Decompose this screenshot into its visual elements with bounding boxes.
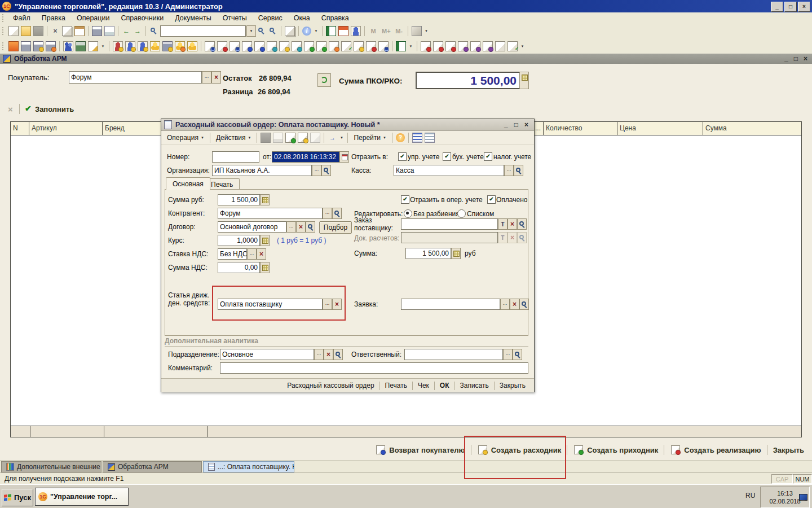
cashflow-clear-icon[interactable] bbox=[332, 299, 342, 310]
create-expense-button[interactable]: Создать расходник bbox=[475, 444, 564, 456]
rate-calc-icon[interactable] bbox=[260, 235, 270, 246]
open-doc-icon[interactable] bbox=[21, 26, 31, 36]
mgmt-accounting-checkbox[interactable] bbox=[398, 152, 407, 161]
close-dialog-button[interactable]: Закрыть bbox=[495, 380, 531, 391]
add-doc-icon[interactable] bbox=[316, 41, 326, 51]
tab-main[interactable]: Основная bbox=[166, 177, 210, 190]
print-order-icon[interactable] bbox=[46, 41, 56, 51]
print-set-icon[interactable] bbox=[33, 41, 43, 51]
check-doc-icon[interactable] bbox=[508, 41, 518, 51]
tray-clock[interactable]: 16:13 02.08.2018 bbox=[760, 487, 810, 508]
excel-report-icon[interactable] bbox=[396, 41, 406, 51]
buyer-clear-icon[interactable] bbox=[211, 71, 221, 84]
vat-sum-field[interactable]: 0,00 bbox=[218, 262, 260, 273]
redo-icon[interactable]: → bbox=[133, 27, 142, 36]
column-header-Артикул[interactable]: Артикул bbox=[29, 122, 103, 135]
sum-rub-field[interactable]: 1 500,00 bbox=[218, 194, 260, 205]
notepad-icon[interactable] bbox=[88, 41, 98, 51]
user-session-icon[interactable] bbox=[351, 26, 361, 36]
close-arm-button[interactable]: Закрыть bbox=[771, 445, 806, 456]
ok-button[interactable]: ОК bbox=[435, 380, 454, 391]
menu-catalogs[interactable]: Справочники bbox=[115, 13, 169, 23]
goto-menu-button[interactable]: Перейти▼ bbox=[350, 133, 390, 143]
responsible-select-icon[interactable] bbox=[503, 349, 513, 360]
cashdesk-open-icon[interactable] bbox=[514, 165, 523, 176]
menu-help[interactable]: Справка bbox=[316, 13, 355, 23]
sum-rub-calc-icon[interactable] bbox=[260, 194, 270, 205]
search-icon[interactable] bbox=[149, 27, 158, 36]
column-header-Цена[interactable]: Цена bbox=[617, 122, 703, 135]
menu-operations[interactable]: Операции bbox=[71, 13, 115, 23]
sum-doc2-icon[interactable] bbox=[470, 41, 480, 51]
receipt-doc-icon[interactable] bbox=[230, 41, 240, 51]
buyer-cash-icon[interactable] bbox=[113, 41, 123, 51]
organization-open-icon[interactable] bbox=[321, 165, 331, 176]
tb2-caret-icon[interactable]: ▼ bbox=[520, 42, 525, 51]
return-buyer-button[interactable]: Возврат покупателю bbox=[373, 444, 467, 456]
approve-doc-icon[interactable] bbox=[341, 41, 351, 51]
doc-coins-icon[interactable] bbox=[298, 133, 308, 143]
paid-checkbox[interactable] bbox=[487, 195, 496, 204]
memory-minus-icon[interactable]: M- bbox=[394, 27, 404, 36]
close-button[interactable]: × bbox=[798, 2, 810, 12]
supplier-order-clear-icon[interactable] bbox=[508, 218, 517, 230]
person-report1-icon[interactable] bbox=[421, 41, 431, 51]
minus-doc-icon[interactable] bbox=[329, 41, 339, 51]
partner-cash-icon[interactable] bbox=[138, 41, 148, 51]
expense-doc-icon[interactable] bbox=[217, 41, 227, 51]
purchase-doc-icon[interactable] bbox=[254, 41, 264, 51]
menu-reports[interactable]: Отчеты bbox=[217, 13, 253, 23]
actions-menu-button[interactable]: Действия▼ bbox=[213, 133, 255, 143]
rate-field[interactable]: 1,0000 bbox=[218, 235, 260, 246]
organization-field[interactable]: ИП Касьянов А.А. bbox=[212, 165, 312, 176]
vat-sum-calc-icon[interactable] bbox=[260, 262, 270, 273]
vat-clear-icon[interactable] bbox=[257, 248, 266, 260]
memory-plus-icon[interactable]: M+ bbox=[381, 27, 392, 36]
list-settings-icon[interactable] bbox=[412, 133, 422, 143]
wintab-arm[interactable]: Обработка АРМ bbox=[103, 461, 202, 472]
cash-register-icon[interactable] bbox=[76, 41, 86, 51]
department-field[interactable]: Основное bbox=[220, 349, 314, 360]
cashdesk-select-icon[interactable] bbox=[504, 165, 514, 176]
contragent-field[interactable]: Форум bbox=[218, 208, 323, 219]
dlg-sum-field[interactable]: 1 500,00 bbox=[405, 248, 451, 259]
lines-doc-icon[interactable] bbox=[495, 41, 505, 51]
no-split-radio[interactable] bbox=[404, 209, 412, 218]
create-sale-button[interactable]: Создать реализацию bbox=[668, 444, 763, 456]
department-select-icon[interactable] bbox=[314, 349, 324, 360]
date-calendar-icon[interactable] bbox=[339, 151, 349, 163]
paste-icon[interactable] bbox=[74, 26, 85, 36]
pko-calc-icon[interactable] bbox=[519, 72, 529, 89]
number-field[interactable] bbox=[212, 151, 259, 163]
based-on-caret-icon[interactable]: ▼ bbox=[339, 133, 344, 142]
service-settings-icon[interactable] bbox=[412, 26, 422, 36]
as-list-radio[interactable] bbox=[457, 209, 466, 218]
start-button[interactable]: Пуск bbox=[2, 489, 33, 506]
contract-clear-icon[interactable] bbox=[296, 221, 306, 233]
contragent-select-icon[interactable] bbox=[323, 208, 332, 219]
find-prev-icon[interactable] bbox=[257, 27, 266, 36]
undo-icon[interactable]: ← bbox=[122, 27, 131, 36]
find-next-icon[interactable] bbox=[268, 27, 277, 36]
person-report2-icon[interactable] bbox=[433, 41, 443, 51]
supplier-order-open-icon[interactable] bbox=[517, 218, 527, 230]
menu-documents[interactable]: Документы bbox=[169, 13, 217, 23]
organization-select-icon[interactable] bbox=[312, 165, 321, 176]
minimize-button[interactable]: _ bbox=[771, 2, 783, 12]
sum-doc3-icon[interactable] bbox=[483, 41, 493, 51]
dialog-close-icon[interactable]: × bbox=[524, 121, 528, 129]
arm-restore-icon[interactable]: □ bbox=[794, 55, 798, 63]
order-type-button[interactable]: Расходный кассовый ордер bbox=[282, 380, 379, 391]
save-icon[interactable] bbox=[33, 26, 43, 36]
cut-icon[interactable]: × bbox=[51, 27, 60, 36]
column-header-Количество[interactable]: Количество bbox=[544, 122, 617, 135]
supplier-cash-icon[interactable] bbox=[125, 41, 135, 51]
coins-doc-icon[interactable] bbox=[279, 41, 289, 51]
dlg-sum-calc-icon[interactable] bbox=[451, 248, 461, 259]
refresh-button[interactable] bbox=[317, 73, 331, 87]
operation-menu-button[interactable]: Операция▼ bbox=[164, 133, 208, 143]
transfer-doc-icon[interactable] bbox=[267, 41, 277, 51]
column-header-Сумма[interactable]: Сумма bbox=[703, 122, 801, 135]
oper-accounting-checkbox[interactable] bbox=[401, 195, 409, 204]
windows-icon[interactable] bbox=[285, 26, 295, 36]
